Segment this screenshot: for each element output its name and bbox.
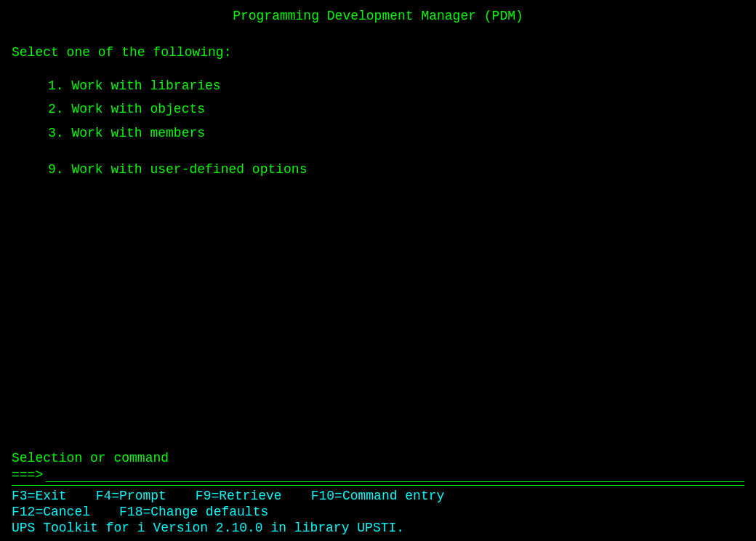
prompt-label: Select one of the following: xyxy=(12,45,231,60)
main-content: Select one of the following: 1. Work wit… xyxy=(12,45,744,451)
fkey-f9[interactable]: F9=Retrieve xyxy=(196,489,282,503)
version-label: UPS Toolkit for i Version 2.10.0 in libr… xyxy=(12,521,404,535)
version-text: UPS Toolkit for i Version 2.10.0 in libr… xyxy=(12,521,744,535)
screen-title: Programming Development Manager (PDM) xyxy=(12,9,744,23)
menu-item-9-text: 9. Work with user-defined options xyxy=(48,162,307,177)
fkey-f18[interactable]: F18=Change defaults xyxy=(119,505,268,519)
fkey-f10[interactable]: F10=Command entry xyxy=(311,489,445,503)
fkey-f12[interactable]: F12=Cancel xyxy=(12,505,90,519)
menu-item-9[interactable]: 9. Work with user-defined options xyxy=(48,158,744,181)
menu-list: 1. Work with libraries 2. Work with obje… xyxy=(48,74,744,182)
menu-item-3-text: 3. Work with members xyxy=(48,126,205,140)
command-input[interactable] xyxy=(46,467,744,482)
menu-item-1-text: 1. Work with libraries xyxy=(48,79,221,93)
menu-spacer xyxy=(48,145,744,158)
fkey-f3[interactable]: F3=Exit xyxy=(12,489,67,503)
fkey-row-2: F12=Cancel F18=Change defaults xyxy=(12,505,744,519)
fkey-f4[interactable]: F4=Prompt xyxy=(96,489,166,503)
separator xyxy=(12,485,744,486)
arrow-prompt: ===> xyxy=(12,468,43,482)
menu-item-3[interactable]: 3. Work with members xyxy=(48,121,744,145)
bottom-section: Selection or command ===> F3=Exit F4=Pro… xyxy=(12,451,744,535)
pdm-screen: Programming Development Manager (PDM) Se… xyxy=(0,0,756,541)
selection-label: Selection or command xyxy=(12,451,744,465)
menu-item-1[interactable]: 1. Work with libraries xyxy=(48,74,744,97)
menu-item-2-text: 2. Work with objects xyxy=(48,102,205,116)
command-row: ===> xyxy=(12,467,744,482)
title-text: Programming Development Manager (PDM) xyxy=(233,9,523,23)
prompt-text: Select one of the following: xyxy=(12,45,744,60)
menu-item-2[interactable]: 2. Work with objects xyxy=(48,97,744,121)
fkey-row-1: F3=Exit F4=Prompt F9=Retrieve F10=Comman… xyxy=(12,489,744,503)
selection-label-text: Selection or command xyxy=(12,451,169,465)
